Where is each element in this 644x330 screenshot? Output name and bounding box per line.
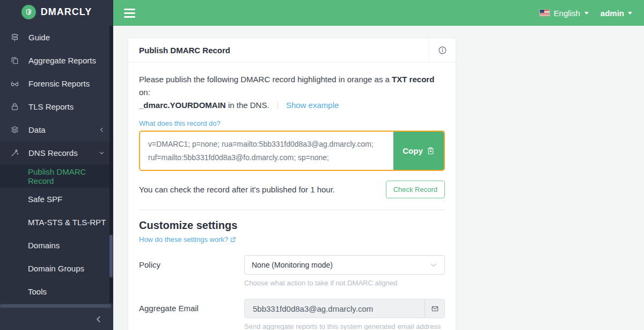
intro-part1: Please publish the following DMARC recor… <box>139 75 390 84</box>
caret-down-icon <box>628 12 632 15</box>
envelope-icon <box>425 299 444 318</box>
layers-icon <box>10 125 19 134</box>
sidebar-collapse-bar[interactable] <box>0 307 113 330</box>
sidebar-item-tls-reports[interactable]: TLS Reports <box>0 95 113 118</box>
what-does-record-do-link[interactable]: What does this record do? <box>139 119 221 127</box>
shield-logo-icon <box>21 5 36 19</box>
signpost-icon <box>10 33 19 42</box>
collapse-sidebar-icon <box>95 315 103 323</box>
sidebar-subitem-mta-sts-tls-rpt[interactable]: MTA-STS & TLS-RPT <box>0 211 113 234</box>
info-icon[interactable] <box>429 38 456 62</box>
username-label: admin <box>601 9 624 18</box>
brand-name: DMARCLY <box>41 6 92 18</box>
sidebar-subitem-domains[interactable]: Domains <box>0 234 113 257</box>
page-title: Publish DMARC Record <box>128 38 230 62</box>
aggregate-email-label: Aggregate Email <box>139 299 244 330</box>
hamburger-menu-icon[interactable] <box>121 5 138 21</box>
policy-row: Policy None (Monitoring mode) Choose wha… <box>139 255 445 287</box>
main-area: English admin Publish DMARC Record Pleas… <box>113 0 644 330</box>
intro-text: Please publish the following DMARC recor… <box>139 73 445 112</box>
sidebar-item-label: DNS Records <box>28 148 78 157</box>
policy-label: Policy <box>139 255 244 287</box>
chevron-down-icon <box>99 150 105 156</box>
lock-icon <box>10 102 19 111</box>
sidebar-item-label: Data <box>28 125 46 134</box>
dmarc-record-box: v=DMARC1; p=none; rua=mailto:5bb331fd0d8… <box>139 131 445 171</box>
language-label: English <box>554 9 580 18</box>
vertical-separator <box>277 102 278 109</box>
wand-icon <box>10 148 19 157</box>
copy-button-label: Copy <box>402 146 423 155</box>
external-link-icon <box>230 236 236 242</box>
glasses-icon <box>10 79 19 88</box>
sidebar-item-forensic-reports[interactable]: Forensic Reports <box>0 72 113 95</box>
sidebar-item-label: Aggregate Reports <box>28 56 96 65</box>
topbar: English admin <box>113 0 644 26</box>
aggregate-email-input-group: 5bb331fd0d8a3@ag.dmarcly.com <box>244 299 445 318</box>
intro-dmarc-host: _dmarc.YOURDOMAIN <box>139 101 226 110</box>
chevron-down-icon <box>430 261 437 269</box>
intro-part3: in the DNS. <box>228 101 269 110</box>
how-settings-work-link[interactable]: How do these settings work? <box>139 235 236 243</box>
sidebar-subitem-label: MTA-STS & TLS-RPT <box>28 218 106 227</box>
language-selector[interactable]: English <box>540 9 589 18</box>
check-note: You can check the record after it's publ… <box>139 185 335 194</box>
policy-selected-value: None (Monitoring mode) <box>252 261 333 269</box>
intro-part2: on: <box>139 88 150 97</box>
check-record-button[interactable]: Check Record <box>386 181 445 198</box>
sidebar-item-dns-records[interactable]: DNS Records <box>0 141 113 164</box>
sidebar-item-data[interactable]: Data <box>0 118 113 141</box>
sidebar-subitem-label: Publish DMARC Record <box>28 167 113 185</box>
how-settings-work-label: How do these settings work? <box>139 235 228 243</box>
policy-helper-text: Choose what action to take if not DMARC … <box>244 279 445 287</box>
sidebar-item-label: Guide <box>28 33 50 42</box>
brand-logo[interactable]: DMARCLY <box>0 0 113 24</box>
sidebar-subitem-domain-groups[interactable]: Domain Groups <box>0 257 113 280</box>
aggregate-email-row: Aggregate Email 5bb331fd0d8a3@ag.dmarcly… <box>139 299 445 330</box>
sidebar-item-guide[interactable]: Guide <box>0 26 113 49</box>
publish-dmarc-card: Publish DMARC Record Please publish the … <box>128 38 456 330</box>
policy-select[interactable]: None (Monitoring mode) <box>244 255 445 275</box>
sidebar-subitem-label: Domain Groups <box>28 264 84 273</box>
caret-down-icon <box>584 12 589 15</box>
copy-button[interactable]: Copy <box>393 132 444 170</box>
sidebar-subitem-label: Safe SPF <box>28 195 62 204</box>
us-flag-icon <box>540 10 550 16</box>
clipboard-icon <box>427 147 435 155</box>
sidebar-item-aggregate-reports[interactable]: Aggregate Reports <box>0 49 113 72</box>
dmarc-record-value[interactable]: v=DMARC1; p=none; rua=mailto:5bb331fd0d8… <box>140 132 393 170</box>
customize-settings-heading: Customize settings <box>139 219 445 232</box>
sidebar-nav: Guide Aggregate Reports Forensic Reports… <box>0 24 113 307</box>
show-example-link[interactable]: Show example <box>286 101 339 110</box>
sidebar-subitem-tools[interactable]: Tools <box>0 280 113 303</box>
card-header: Publish DMARC Record <box>128 38 456 62</box>
content-area: Publish DMARC Record Please publish the … <box>113 26 644 330</box>
sidebar-item-label: Forensic Reports <box>28 79 90 88</box>
sidebar: DMARCLY Guide Aggregate Reports Forensic… <box>0 0 113 330</box>
card-body: Please publish the following DMARC recor… <box>128 62 456 330</box>
sidebar-subitem-label: Tools <box>28 287 47 296</box>
user-menu[interactable]: admin <box>601 9 632 18</box>
aggregate-email-helper-text: Send aggregate reports to this system ge… <box>244 322 445 330</box>
section-divider <box>139 210 445 210</box>
sidebar-subitem-label: Domains <box>28 241 60 250</box>
intro-txt-record: TXT record <box>392 75 434 84</box>
sidebar-scrollbar-thumb[interactable] <box>109 235 113 277</box>
aggregate-email-field[interactable]: 5bb331fd0d8a3@ag.dmarcly.com <box>245 299 425 318</box>
copy-pages-icon <box>10 56 19 65</box>
settings-help-row: How do these settings work? <box>139 235 445 243</box>
sidebar-subitem-publish-dmarc-record[interactable]: Publish DMARC Record <box>0 164 113 188</box>
sidebar-item-label: TLS Reports <box>28 102 74 111</box>
chevron-left-icon <box>99 127 105 133</box>
check-record-row: You can check the record after it's publ… <box>139 181 445 198</box>
sidebar-subitem-safe-spf[interactable]: Safe SPF <box>0 188 113 211</box>
record-help-row: What does this record do? <box>139 119 445 127</box>
